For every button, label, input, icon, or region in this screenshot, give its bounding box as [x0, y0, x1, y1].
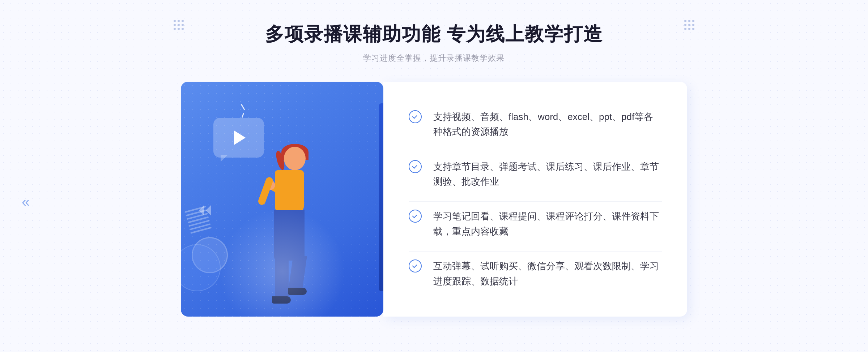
features-section: 支持视频、音频、flash、word、excel、ppt、pdf等各种格式的资源… — [383, 82, 687, 317]
page-subtitle: 学习进度全掌握，提升录播课教学效果 — [265, 53, 603, 64]
check-circle-1 — [409, 110, 422, 123]
page-title: 多项录播课辅助功能 专为线上教学打造 — [265, 22, 603, 47]
header-section: 多项录播课辅助功能 专为线上教学打造 学习进度全掌握，提升录播课教学效果 — [265, 22, 603, 64]
person-shoe-right — [288, 288, 307, 295]
feature-text-1: 支持视频、音频、flash、word、excel、ppt、pdf等各种格式的资源… — [433, 110, 662, 139]
person-leg-left — [275, 255, 289, 299]
illustration-section — [181, 82, 383, 317]
left-chevron-icon: « — [22, 194, 30, 210]
check-icon-3 — [409, 210, 423, 224]
feature-text-4: 互动弹幕、试听购买、微信分享、观看次数限制、学习进度跟踪、数据统计 — [433, 259, 662, 289]
bubble-tail — [221, 155, 228, 162]
chevron-1 — [199, 205, 204, 215]
person-illustration — [228, 136, 336, 317]
person-arm-left — [257, 176, 274, 206]
chevrons-decoration — [199, 205, 211, 215]
feature-item-1: 支持视频、音频、flash、word、excel、ppt、pdf等各种格式的资源… — [409, 102, 662, 147]
blue-accent-bar — [379, 103, 383, 291]
decorative-dot-grid-left — [174, 20, 184, 30]
decorative-dot-grid-right — [684, 20, 694, 30]
person-shoe-left — [272, 296, 291, 304]
feature-text-3: 学习笔记回看、课程提问、课程评论打分、课件资料下载，重点内容收藏 — [433, 209, 662, 239]
title-row: 多项录播课辅助功能 专为线上教学打造 — [265, 22, 603, 47]
check-icon-1 — [409, 110, 423, 125]
check-circle-4 — [409, 259, 422, 272]
light-ray-2 — [242, 113, 244, 118]
page-container: 多项录播课辅助功能 专为线上教学打造 学习进度全掌握，提升录播课教学效果 — [0, 0, 868, 352]
feature-item-2: 支持章节目录、弹题考试、课后练习、课后作业、章节测验、批改作业 — [409, 152, 662, 197]
check-icon-2 — [409, 160, 423, 175]
light-rays — [242, 103, 243, 118]
feature-text-2: 支持章节目录、弹题考试、课后练习、课后作业、章节测验、批改作业 — [433, 159, 662, 189]
check-circle-3 — [409, 210, 422, 223]
check-icon-4 — [409, 259, 423, 274]
chevron-2 — [206, 205, 211, 215]
feature-item-4: 互动弹幕、试听购买、微信分享、观看次数限制、学习进度跟踪、数据统计 — [409, 251, 662, 296]
feature-item-3: 学习笔记回看、课程提问、课程评论打分、课件资料下载，重点内容收藏 — [409, 201, 662, 246]
check-circle-2 — [409, 160, 422, 173]
light-ray-1 — [241, 104, 245, 111]
content-area: 支持视频、音频、flash、word、excel、ppt、pdf等各种格式的资源… — [181, 82, 687, 317]
left-nav-arrow[interactable]: « — [22, 194, 30, 210]
person-pants — [274, 210, 305, 261]
person-head — [284, 147, 306, 170]
